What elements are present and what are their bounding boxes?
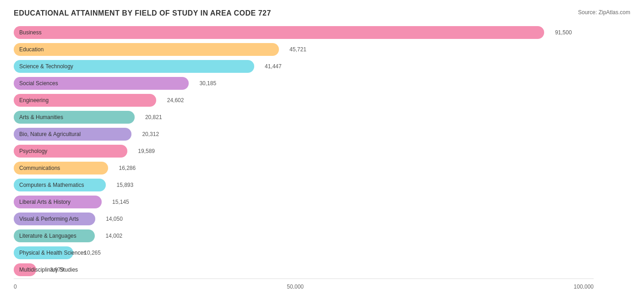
bar-value-label: 14,002 (106, 233, 123, 239)
bar-label: Education (19, 46, 44, 53)
bar-row: Psychology19,589 (14, 142, 594, 158)
bar: Business91,500 (14, 26, 544, 39)
bar-row: Computers & Mathematics15,893 (14, 176, 594, 192)
x-axis: 050,000100,000 (14, 284, 594, 289)
bar-row: Social Sciences30,185 (14, 75, 594, 90)
bar-row: Business91,500 (14, 24, 594, 39)
bar-label: Psychology (19, 148, 47, 154)
bar-label: Multidisciplinary Studies (19, 267, 78, 273)
bar-row: Engineering24,602 (14, 92, 594, 107)
x-axis-label: 100,000 (574, 284, 594, 289)
bar-value-label: 14,050 (106, 216, 123, 222)
bar-row: Arts & Humanities20,821 (14, 109, 594, 124)
bar-value-label: 15,145 (112, 199, 129, 205)
bar-label: Literature & Languages (19, 233, 76, 239)
bar-label: Visual & Performing Arts (19, 216, 79, 222)
bar-row: Visual & Performing Arts14,050 (14, 210, 594, 226)
bar: Arts & Humanities20,821 (14, 111, 135, 124)
bar-label: Business (19, 29, 42, 36)
bar-label: Arts & Humanities (19, 114, 63, 120)
bar-label: Social Sciences (19, 80, 58, 87)
bar: Engineering24,602 (14, 94, 156, 107)
x-axis-area: 050,000100,000 (14, 278, 594, 289)
bar-row: Education45,721 (14, 41, 594, 56)
bar-row: Physical & Health Sciences10,265 (14, 244, 594, 260)
x-axis-label: 50,000 (287, 284, 304, 289)
bar: Bio, Nature & Agricultural20,312 (14, 128, 131, 141)
bar-value-label: 16,286 (119, 165, 136, 171)
bar-value-label: 20,821 (145, 114, 162, 120)
chart-title: EDUCATIONAL ATTAINMENT BY FIELD OF STUDY… (14, 9, 271, 17)
bar: Literature & Languages14,002 (14, 229, 95, 242)
chart-wrapper: Business91,500Education45,721Science & T… (14, 24, 630, 289)
bar-label: Engineering (19, 97, 49, 104)
bar-row: Bio, Nature & Agricultural20,312 (14, 125, 594, 141)
bar-value-label: 19,589 (138, 148, 155, 154)
bar-row: Literature & Languages14,002 (14, 227, 594, 243)
bar-value-label: 20,312 (142, 131, 159, 137)
bar-value-label: 41,447 (265, 63, 282, 70)
bar: Social Sciences30,185 (14, 77, 189, 90)
bars-wrapper: Business91,500Education45,721Science & T… (14, 24, 594, 277)
bar-value-label: 10,265 (84, 250, 101, 256)
bar-row: Science & Technology41,447 (14, 58, 594, 73)
bar: Visual & Performing Arts14,050 (14, 213, 95, 225)
bar-value-label: 15,893 (117, 182, 134, 188)
x-axis-label: 0 (14, 284, 17, 289)
bar-row: Multidisciplinary Studies3,879 (14, 261, 594, 277)
bar-row: Communications16,286 (14, 159, 594, 175)
bar-label: Science & Technology (19, 63, 73, 70)
bar: Education45,721 (14, 43, 279, 56)
bar-value-label: 3,879 (50, 267, 64, 273)
bar: Physical & Health Sciences10,265 (14, 246, 73, 259)
bar: Multidisciplinary Studies3,879 (14, 263, 36, 276)
source-text: Source: ZipAtlas.com (578, 9, 630, 16)
bar-value-label: 24,602 (167, 97, 184, 104)
bar-value-label: 91,500 (555, 29, 572, 36)
bar: Science & Technology41,447 (14, 60, 254, 73)
bar: Communications16,286 (14, 162, 108, 174)
bar-value-label: 45,721 (289, 46, 306, 53)
bar-label: Bio, Nature & Agricultural (19, 131, 81, 137)
bar-value-label: 30,185 (199, 80, 216, 87)
bar-label: Computers & Mathematics (19, 182, 84, 188)
bar: Psychology19,589 (14, 145, 127, 158)
bar: Liberal Arts & History15,145 (14, 196, 102, 208)
bar-label: Liberal Arts & History (19, 199, 71, 205)
bar-label: Communications (19, 165, 60, 171)
bar: Computers & Mathematics15,893 (14, 179, 106, 191)
bar-label: Physical & Health Sciences (19, 250, 86, 256)
bar-row: Liberal Arts & History15,145 (14, 193, 594, 209)
